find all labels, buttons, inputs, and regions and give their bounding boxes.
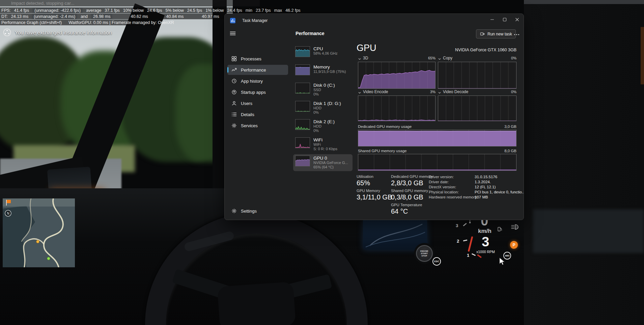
chevron-down-icon[interactable] <box>358 57 361 60</box>
steering-wheel-hub <box>217 281 296 325</box>
fps-p1: 24.4 fps <box>227 8 242 13</box>
fps-p10: 24.6 fps <box>147 8 162 13</box>
dt-p1: 40.97 ms <box>202 14 219 19</box>
chevron-down-icon[interactable] <box>358 90 361 93</box>
perf-graph-row: Performance Graph (ctrl+shift+f) Waitfor… <box>0 20 156 25</box>
dt-value: 24.13 ms <box>11 14 28 19</box>
sidebar-item-settings[interactable]: Settings <box>227 206 288 216</box>
details-icon <box>231 112 237 117</box>
gpu-3d-chart <box>358 62 436 89</box>
run-new-task-button[interactable]: Run new task <box>476 29 516 38</box>
sidebar-item-startup-apps[interactable]: Startup apps <box>227 87 288 97</box>
gpu-temperature-value: 64 °C <box>391 208 408 215</box>
minimap-player-dot <box>47 257 50 260</box>
utilisation-label: Utilisation <box>357 174 373 179</box>
dt-unmanaged: (unmanaged: -2.4 ms) <box>32 14 77 19</box>
dt-p5: 40.84 ms <box>166 14 184 19</box>
gpu-device-name: NVIDIA GeForce GTX 1060 3GB <box>455 48 516 52</box>
gpu-memory-label: GPU Memory <box>357 189 380 193</box>
metric-disk1[interactable]: Disk 1 (D: G:)HDD0% <box>293 100 353 116</box>
gpu-video-encode-chart <box>358 96 436 121</box>
gear-indicator: 3 <box>482 234 489 249</box>
metric-disk0[interactable]: Disk 0 (C:)SSD0% <box>293 81 353 98</box>
disk0-mini-chart <box>295 83 310 93</box>
fps-p5: 24.5 fps <box>187 8 202 13</box>
sidebar-item-app-history[interactable]: App history <box>227 76 288 86</box>
shared-memory-max: 8,0 GB <box>504 149 516 153</box>
cabin-right-top-strip <box>524 0 644 4</box>
engine-start-stop-button[interactable]: ENGINE START STOP <box>416 245 433 262</box>
gpu-detail-panel: GPU NVIDIA GeForce GTX 1060 3GB 3D 65% C… <box>354 42 524 220</box>
cabin-right <box>524 0 644 325</box>
sidebar-item-label: App history <box>241 79 263 84</box>
redline-mark <box>477 254 482 258</box>
chart-video-decode-label: Video Decode <box>443 89 468 94</box>
titlebar[interactable]: Task Manager <box>225 14 524 27</box>
minimize-button[interactable] <box>486 14 498 25</box>
sidebar-item-services[interactable]: Services <box>227 120 288 131</box>
more-options-button[interactable] <box>512 31 521 37</box>
utilisation-value: 65% <box>357 179 370 187</box>
cabin-right-orange-sliver <box>641 27 644 84</box>
hardware-reserved-memory-value: 107 MB <box>475 195 488 199</box>
metric-memory[interactable]: Memory11,9/15,9 GB (75%) <box>293 63 353 80</box>
metric-wifi[interactable]: WiFiWiFiS: 0 R: 0 Kbps <box>293 136 353 153</box>
driver-version-label: Driver version: <box>429 175 454 179</box>
fps-max-label: max <box>274 8 282 13</box>
sidebar-item-label: Services <box>241 123 258 128</box>
fps-unmanaged: (unmanaged: -422.6 fps) <box>32 8 83 13</box>
dt-label: DT: <box>1 14 8 19</box>
infotainment-screen <box>363 219 427 250</box>
performance-icon <box>231 67 237 73</box>
hamburger-menu-button[interactable] <box>229 30 236 37</box>
fps-p5-label: 5% below <box>165 8 184 13</box>
sidebar-item-label: Details <box>241 112 254 117</box>
metric-cpu[interactable]: CPU58% 4,06 GHz <box>293 45 353 62</box>
gpu-temperature-label: GPU Temperature <box>391 203 422 207</box>
dt-row: DT: 24.13 ms (unmanaged: -2.4 ms) and 26… <box>0 13 236 19</box>
cpu-mini-chart <box>295 46 310 57</box>
rpm-tick-3: 3 <box>456 223 458 228</box>
chart-copy-label: Copy <box>443 56 452 60</box>
perf-graph-label: Performance Graph (ctrl+shift+f) <box>1 20 62 25</box>
dedicated-memory-max: 3,0 GB <box>504 125 516 129</box>
insurance-message: You have exchanged insurance information <box>15 30 112 35</box>
task-manager-window: Task Manager Processes Performance App h… <box>224 13 524 220</box>
dedicated-gpu-memory-label: Dedicated GPU memory <box>391 174 433 179</box>
mouse-cursor <box>499 257 506 266</box>
sidebar-item-label: Settings <box>241 209 257 214</box>
chevron-down-icon[interactable] <box>438 57 441 60</box>
screen: { "overlay": { "impact_message": "Impact… <box>0 0 644 325</box>
scene-grass <box>13 145 135 172</box>
tachometer-needle <box>468 236 473 252</box>
sidebar-item-label: Performance <box>241 67 266 73</box>
processes-icon <box>231 56 237 61</box>
side-mirror <box>47 167 92 195</box>
sidebar-item-details[interactable]: Details <box>227 109 288 119</box>
metric-gpu0[interactable]: GPU 0NVIDIA GeForce G...65% (64 °C) <box>293 154 353 171</box>
performance-metrics-list: CPU58% 4,06 GHz Memory11,9/15,9 GB (75%)… <box>293 42 354 220</box>
scene-road <box>0 159 121 199</box>
steering-wheel-spoke-left <box>172 269 231 300</box>
chart-3d-label: 3D <box>363 56 368 60</box>
page-title: Performance <box>296 31 325 36</box>
waitforgpu-label: WaitforGPU: 0.00 ms | Framerate managed … <box>68 20 174 25</box>
steering-wheel-spoke-right <box>273 274 332 302</box>
gpu-memory-value: 3,1/11,0 GB <box>357 193 392 201</box>
sidebar-item-label: Processes <box>241 56 261 61</box>
insurance-icon <box>3 28 11 37</box>
run-new-task-icon <box>480 32 485 36</box>
sidebar-item-users[interactable]: Users <box>227 98 288 108</box>
compass-icon: N <box>5 210 11 216</box>
maximize-button[interactable] <box>498 14 511 25</box>
disk2-mini-chart <box>295 119 310 130</box>
chevron-down-icon[interactable] <box>438 90 441 93</box>
parking-brake-indicator: P <box>510 241 518 249</box>
services-icon <box>231 123 237 128</box>
metric-disk2[interactable]: Disk 2 (E:)HDD0% <box>293 118 353 135</box>
sidebar-item-processes[interactable]: Processes <box>227 54 288 64</box>
close-button[interactable] <box>511 14 523 25</box>
chart-video-decode-value: 0% <box>511 90 516 94</box>
sidebar-item-performance[interactable]: Performance <box>227 65 288 75</box>
impact-message: Impact detected, stopping car... <box>11 1 75 6</box>
